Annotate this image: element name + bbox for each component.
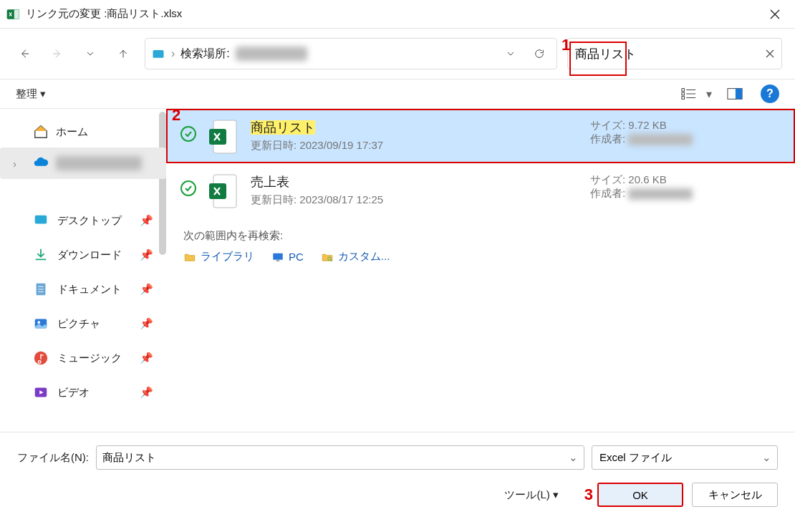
- quick-downloads[interactable]: ダウンロード 📌: [0, 238, 166, 272]
- file-row[interactable]: 商品リスト 更新日時: 2023/09/19 17:37 サイズ: 9.72 K…: [166, 109, 795, 163]
- cancel-label: キャンセル: [708, 488, 762, 502]
- preview-pane-button[interactable]: [725, 85, 745, 102]
- address-dropdown[interactable]: [499, 42, 522, 65]
- music-icon: [33, 350, 49, 366]
- dropdown-caret: ▾: [553, 488, 559, 501]
- file-size-value: 20.6 KB: [628, 173, 666, 185]
- re-search-libraries[interactable]: ライブラリ: [183, 250, 254, 263]
- quick-documents[interactable]: ドキュメント 📌: [0, 272, 166, 306]
- re-search-custom-label: カスタム...: [338, 250, 390, 263]
- folder-icon: [183, 251, 196, 263]
- address-path-redacted: [236, 47, 307, 61]
- help-button[interactable]: ?: [761, 84, 779, 103]
- tree-onedrive-label-redacted: [56, 156, 142, 170]
- close-button[interactable]: [761, 0, 789, 29]
- tree-home[interactable]: ホーム: [0, 116, 166, 147]
- document-icon: [33, 281, 49, 297]
- file-size-label: サイズ:: [590, 119, 625, 131]
- file-meta-value: 2023/09/19 17:37: [299, 139, 383, 151]
- pin-icon: 📌: [140, 248, 153, 261]
- address-bar[interactable]: › 検索場所:: [145, 38, 557, 69]
- ok-label: OK: [632, 489, 648, 501]
- quick-music[interactable]: ミュージック 📌: [0, 341, 166, 375]
- file-name: 商品リスト: [251, 120, 315, 135]
- file-list: 2 商品リスト 更新日時: 2023/09/19 17:37 サイズ: 9.72…: [166, 109, 795, 431]
- view-caret[interactable]: ▾: [706, 87, 712, 101]
- quick-pictures[interactable]: ピクチャ 📌: [0, 306, 166, 341]
- quick-videos-label: ビデオ: [57, 386, 90, 400]
- organize-button[interactable]: 整理 ▾: [16, 87, 46, 101]
- file-name: 売上表: [251, 175, 289, 189]
- window-title: リンク元の変更 :商品リスト.xlsx: [26, 7, 761, 21]
- dialog-footer: ファイル名(N): 商品リスト ⌄ Excel ファイル ⌄ ツール(L) ▾ …: [0, 432, 795, 532]
- quick-documents-label: ドキュメント: [57, 283, 122, 296]
- back-button[interactable]: [13, 42, 36, 65]
- sidebar: ホーム › デスクトップ 📌 ダウンロード 📌 ドキュメント 📌: [0, 109, 166, 431]
- re-search-custom[interactable]: カスタム...: [321, 250, 390, 263]
- file-meta-value: 2023/08/17 12:25: [299, 193, 383, 205]
- svg-point-17: [37, 321, 40, 324]
- sync-status-icon: [180, 126, 196, 142]
- up-button[interactable]: [112, 42, 135, 65]
- forward-button[interactable]: [46, 42, 69, 65]
- excel-file-icon: [208, 119, 239, 155]
- re-search-libraries-label: ライブラリ: [201, 250, 254, 263]
- quick-desktop[interactable]: デスクトップ 📌: [0, 203, 166, 238]
- folder-icon: [151, 47, 165, 61]
- re-search-header: 次の範囲内を再検索:: [166, 218, 795, 247]
- sidebar-scrollbar[interactable]: [159, 112, 166, 255]
- dropdown-caret: ▾: [40, 87, 46, 100]
- refresh-button[interactable]: [528, 42, 551, 65]
- filetype-value: Excel ファイル: [599, 451, 672, 465]
- address-prefix: 検索場所:: [180, 47, 229, 62]
- file-meta-label: 更新日時:: [251, 193, 297, 205]
- pin-icon: 📌: [140, 386, 153, 399]
- breadcrumb-sep: ›: [171, 47, 175, 60]
- question-icon: ?: [766, 87, 774, 100]
- tree-onedrive[interactable]: ›: [0, 147, 166, 179]
- recent-dropdown[interactable]: [79, 42, 102, 65]
- file-author-redacted: [628, 188, 693, 200]
- chevron-down-icon: ⌄: [762, 451, 771, 464]
- view-options-button[interactable]: [679, 85, 699, 102]
- tree-caret[interactable]: ›: [13, 158, 16, 170]
- search-box[interactable]: [567, 38, 782, 69]
- quick-videos[interactable]: ビデオ 📌: [0, 375, 166, 410]
- filetype-combo[interactable]: Excel ファイル ⌄: [592, 445, 778, 470]
- preview-pane-icon: [727, 87, 743, 100]
- arrow-right-icon: [52, 48, 63, 59]
- svg-rect-24: [273, 253, 283, 259]
- filename-value: 商品リスト: [102, 451, 156, 465]
- ok-button[interactable]: OK: [597, 483, 683, 507]
- onedrive-icon: [33, 155, 49, 171]
- svg-rect-4: [682, 92, 685, 95]
- svg-rect-25: [276, 260, 280, 261]
- tools-dropdown[interactable]: ツール(L) ▾: [504, 488, 558, 502]
- refresh-icon: [534, 48, 545, 59]
- re-search-pc[interactable]: PC: [271, 251, 304, 263]
- quick-pictures-label: ピクチャ: [57, 317, 100, 331]
- annotation-number-1: 1: [562, 36, 570, 54]
- chevron-down-icon: ⌄: [569, 451, 578, 464]
- tree-home-label: ホーム: [56, 125, 88, 139]
- chevron-down-icon: [505, 48, 516, 59]
- search-clear-button[interactable]: [766, 39, 774, 69]
- filename-combo[interactable]: 商品リスト ⌄: [96, 445, 584, 470]
- download-icon: [33, 247, 49, 263]
- excel-app-icon: [6, 7, 20, 21]
- svg-rect-5: [682, 97, 685, 100]
- organize-toolbar: 整理 ▾ ▾ ?: [0, 79, 795, 109]
- pin-icon: 📌: [140, 214, 153, 227]
- file-author-redacted: [628, 134, 693, 145]
- re-search-links: ライブラリ PC カスタム...: [166, 247, 795, 266]
- cancel-button[interactable]: キャンセル: [692, 483, 778, 507]
- chevron-down-icon: [85, 48, 96, 59]
- svg-rect-2: [153, 50, 164, 58]
- arrow-left-icon: [19, 48, 30, 59]
- pc-icon: [271, 251, 284, 263]
- re-search-pc-label: PC: [289, 251, 304, 263]
- quick-desktop-label: デスクトップ: [57, 214, 122, 228]
- search-input[interactable]: [575, 47, 733, 61]
- video-icon: [33, 385, 49, 400]
- file-row[interactable]: 売上表 更新日時: 2023/08/17 12:25 サイズ: 20.6 KB …: [166, 163, 795, 218]
